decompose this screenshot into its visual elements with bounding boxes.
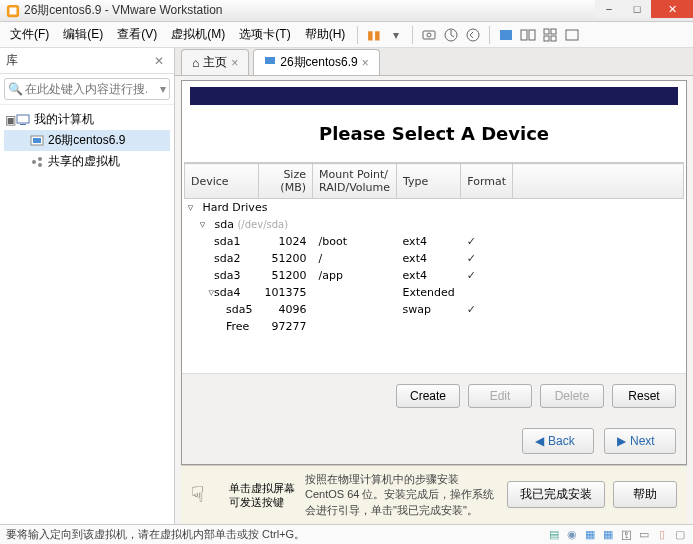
hdd-icon[interactable]: ▤ [547, 528, 561, 542]
search-dropdown-icon[interactable]: ▾ [160, 82, 166, 96]
nic-icon[interactable]: ▦ [601, 528, 615, 542]
search-icon: 🔍 [8, 82, 23, 96]
col-mount[interactable]: Mount Point/ RAID/Volume [312, 164, 396, 199]
row-hard-drives[interactable]: ▿Hard Drives [185, 199, 684, 217]
computer-icon [16, 113, 30, 127]
cd-icon[interactable]: ◉ [565, 528, 579, 542]
partition-row[interactable]: Free97277 [185, 318, 684, 335]
partition-row[interactable]: sda351200/appext4 [185, 267, 684, 284]
sound-icon[interactable]: ▯ [655, 528, 669, 542]
reset-button[interactable]: Reset [612, 384, 676, 408]
svg-point-19 [38, 157, 42, 161]
svg-point-5 [467, 29, 479, 41]
thumbnail-button[interactable] [540, 25, 560, 45]
svg-point-20 [38, 163, 42, 167]
window-close-button[interactable]: ✕ [651, 0, 693, 18]
menu-tabs[interactable]: 选项卡(T) [233, 23, 296, 46]
svg-rect-10 [551, 29, 556, 34]
tree-vm-item[interactable]: 26期centos6.9 [4, 130, 170, 151]
snapshot-button[interactable] [419, 25, 439, 45]
vm-power-dropdown[interactable]: ▾ [386, 25, 406, 45]
floppy-icon[interactable]: ▦ [583, 528, 597, 542]
install-done-button[interactable]: 我已完成安装 [507, 481, 605, 508]
menu-file[interactable]: 文件(F) [4, 23, 55, 46]
hint-line1: 单击虚拟屏幕 [229, 481, 295, 495]
menu-edit[interactable]: 编辑(E) [57, 23, 109, 46]
edit-button: Edit [468, 384, 532, 408]
svg-rect-15 [20, 124, 26, 125]
create-button[interactable]: Create [396, 384, 460, 408]
status-message: 要将输入定向到该虚拟机，请在虚拟机内部单击或按 Ctrl+G。 [6, 527, 305, 542]
svg-rect-2 [423, 31, 435, 39]
svg-rect-6 [500, 30, 512, 40]
tab-vm-close[interactable]: × [362, 56, 369, 70]
home-icon: ⌂ [192, 56, 199, 70]
status-device-icons: ▤ ◉ ▦ ▦ ⚿ ▭ ▯ ▢ [547, 528, 687, 542]
svg-rect-13 [566, 30, 578, 40]
svg-rect-7 [521, 30, 527, 40]
tab-vm[interactable]: 26期centos6.9 × [253, 49, 379, 75]
sidebar-close-button[interactable]: ✕ [150, 54, 168, 68]
installer-heading: Please Select A Device [182, 105, 686, 162]
next-button[interactable]: ▶Next [604, 428, 676, 454]
stretch-button[interactable] [562, 25, 582, 45]
fullscreen-button[interactable] [496, 25, 516, 45]
arrow-left-icon: ◀ [535, 434, 544, 448]
menu-help[interactable]: 帮助(H) [299, 23, 352, 46]
installer-top-banner [190, 87, 678, 105]
svg-rect-1 [10, 7, 17, 14]
tree-shared-vms[interactable]: 共享的虚拟机 [4, 151, 170, 172]
partition-table: Device Size (MB) Mount Point/ RAID/Volum… [184, 163, 684, 335]
vm-tab-icon [264, 55, 276, 70]
window-maximize-button[interactable]: □ [623, 0, 651, 18]
snapshot-manager-button[interactable] [441, 25, 461, 45]
svg-point-18 [32, 160, 36, 164]
vm-screen[interactable]: Please Select A Device Device Size (MB) … [181, 80, 687, 465]
menu-view[interactable]: 查看(V) [111, 23, 163, 46]
hint-line2: 可发送按键 [229, 495, 295, 509]
install-help-button[interactable]: 帮助 [613, 481, 677, 508]
vm-pause-button[interactable]: ▮▮ [364, 25, 384, 45]
partition-row[interactable]: sda54096swap [185, 301, 684, 318]
partition-row[interactable]: ▿sda4101375Extended [185, 284, 684, 301]
col-type[interactable]: Type [397, 164, 461, 199]
partition-button-row: Create Edit Delete Reset [182, 373, 686, 418]
back-button[interactable]: ◀Back [522, 428, 594, 454]
library-search-input[interactable] [4, 78, 170, 100]
svg-rect-8 [529, 30, 535, 40]
svg-rect-14 [17, 115, 29, 123]
row-sda[interactable]: ▿sda (/dev/sda) [185, 216, 684, 233]
library-tree: ▣ 我的计算机 26期centos6.9 共享的虚拟机 [0, 105, 174, 176]
unity-button[interactable] [518, 25, 538, 45]
sidebar-title: 库 [6, 52, 18, 69]
menu-bar: 文件(F) 编辑(E) 查看(V) 虚拟机(M) 选项卡(T) 帮助(H) ▮▮… [0, 22, 693, 48]
printer-icon[interactable]: ▭ [637, 528, 651, 542]
partition-row[interactable]: sda11024/bootext4 [185, 233, 684, 250]
status-bar: 要将输入定向到该虚拟机，请在虚拟机内部单击或按 Ctrl+G。 ▤ ◉ ▦ ▦ … [0, 524, 693, 544]
col-device[interactable]: Device [185, 164, 259, 199]
tab-home-close[interactable]: × [231, 56, 238, 70]
shared-icon [30, 155, 44, 169]
usb-icon[interactable]: ⚿ [619, 528, 633, 542]
mouse-click-icon: ☟ [191, 482, 219, 508]
svg-rect-21 [265, 57, 275, 64]
svg-rect-9 [544, 29, 549, 34]
menu-vm[interactable]: 虚拟机(M) [165, 23, 231, 46]
library-sidebar: 库 ✕ 🔍 ▾ ▣ 我的计算机 26期centos6.9 共享的虚拟机 [0, 48, 175, 524]
revert-button[interactable] [463, 25, 483, 45]
hint-message: 按照在物理计算机中的步骤安装 CentOS 64 位。安装完成后，操作系统会进行… [305, 472, 497, 518]
window-titlebar: 26期centos6.9 - VMware Workstation − □ ✕ [0, 0, 693, 22]
window-minimize-button[interactable]: − [595, 0, 623, 18]
svg-rect-17 [33, 138, 41, 143]
partition-row[interactable]: sda251200/ext4 [185, 250, 684, 267]
display-icon[interactable]: ▢ [673, 528, 687, 542]
col-size[interactable]: Size (MB) [258, 164, 312, 199]
svg-rect-12 [551, 36, 556, 41]
install-hint-bar: ☟ 单击虚拟屏幕 可发送按键 按照在物理计算机中的步骤安装 CentOS 64 … [181, 465, 687, 524]
tree-my-computer[interactable]: ▣ 我的计算机 [4, 109, 170, 130]
col-format[interactable]: Format [461, 164, 513, 199]
tab-home[interactable]: ⌂ 主页 × [181, 49, 249, 75]
arrow-right-icon: ▶ [617, 434, 626, 448]
window-title: 26期centos6.9 - VMware Workstation [24, 2, 687, 19]
svg-rect-11 [544, 36, 549, 41]
